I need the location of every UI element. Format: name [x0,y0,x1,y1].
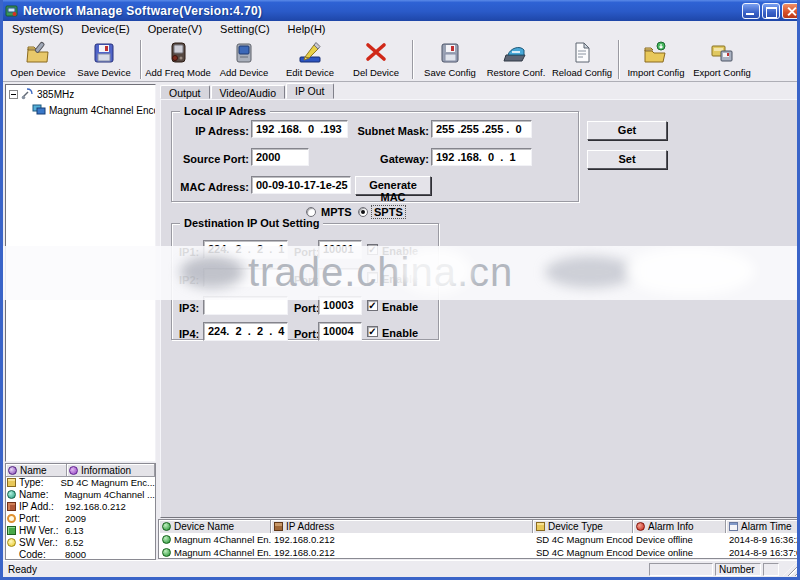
tree-collapse-icon[interactable] [9,90,18,99]
disk-export-icon [709,40,735,66]
info-header-row: Name Information [6,464,155,477]
grid-icon [274,522,283,531]
alarm-table: Device Name IP Address Device Type Alarm… [158,519,800,559]
add-device-button[interactable]: Add Device [211,38,277,81]
window-title: Network Manage Software(Version:4.70) [23,4,740,18]
app-icon [5,4,19,18]
restore-conf-button[interactable]: Restore Conf. [483,38,549,81]
col-ip-address[interactable]: IP Address [271,520,533,533]
tab-video-audio[interactable]: Video/Audio [211,85,285,99]
info-name-header[interactable]: Name [6,464,67,476]
tree-child-node[interactable]: Magnum 4Channel Encoder [32,103,155,117]
spts-radio-label[interactable]: SPTS [372,206,405,218]
tab-ip-out[interactable]: IP Out [286,83,334,99]
menu-help[interactable]: Help(H) [279,22,335,36]
status-ready-text: Ready [3,564,649,575]
title-bar: Network Manage Software(Version:4.70) [0,0,800,21]
import-config-button[interactable]: Import Config [623,38,689,81]
reload-config-button[interactable]: Reload Config [549,38,615,81]
watermark-overlay: trade.china.cn [0,246,800,300]
ip3-label: IP3: [179,302,199,314]
ip3-port-label: Port: [294,302,320,314]
watermark-text: trade.china.cn [248,250,513,295]
bulb-icon [7,538,16,547]
toolbar: Open Device Save Device Add Freq Mode Ad… [3,37,797,82]
watermark-blob [545,256,635,288]
menu-operate[interactable]: Operate(V) [139,22,211,36]
tree-child-label[interactable]: Magnum 4Channel Encoder [49,105,156,116]
table-row[interactable]: Magnum 4Channel En... 192.168.0.212 SD 4… [159,546,799,559]
tree-root-node[interactable]: 385MHz [6,87,155,101]
floppy-icon [92,40,116,66]
save-device-button[interactable]: Save Device [71,38,137,81]
mpts-radio[interactable] [306,207,316,217]
del-device-button[interactable]: Del Device [343,38,409,81]
red-x-icon [364,40,388,66]
alarm-icon [636,522,645,531]
ip4-port-field[interactable]: 10004 [318,322,362,341]
col-device-name[interactable]: Device Name [159,520,271,533]
building-icon [7,502,16,511]
ip4-field[interactable]: 224. 2 . 2 . 4 [203,322,288,341]
menu-setting[interactable]: Setting(C) [211,22,279,36]
tab-output[interactable]: Output [160,85,210,99]
info-row-sw: SW Ver.: 8.52 [6,536,155,548]
menu-system[interactable]: System(S) [3,22,72,36]
status-bar: Ready Number [3,560,797,577]
menu-device[interactable]: Device(E) [72,22,138,36]
info-information-header[interactable]: Information [67,464,155,476]
gateway-label: Gateway: [333,153,429,165]
watermark-blob [180,256,244,288]
export-config-button[interactable]: Export Config [689,38,755,81]
close-button[interactable] [782,3,800,19]
tab-strip: Output Video/Audio IP Out [160,84,335,99]
open-folder-icon [25,40,51,66]
folder-icon [536,522,545,531]
rings-icon [7,514,16,523]
mpts-radio-label[interactable]: MPTS [321,206,352,218]
tree-root-label[interactable]: 385MHz [37,89,74,100]
folder-icon [7,478,16,487]
floppy-icon [438,40,462,66]
toolbar-separator [140,40,142,79]
resize-grip-icon[interactable] [783,562,797,576]
col-alarm-time[interactable]: Alarm Time [726,520,800,533]
mac-address-field[interactable]: 00-09-10-17-1e-25 [251,176,351,194]
add-freq-mode-button[interactable]: Add Freq Mode [145,38,211,81]
maximize-button[interactable] [762,3,780,19]
save-config-button[interactable]: Save Config [417,38,483,81]
mac-address-label: MAC Adress: [153,181,249,193]
minimize-button[interactable] [742,3,760,19]
generate-mac-button[interactable]: Generate MAC [355,176,431,195]
open-device-button[interactable]: Open Device [5,38,71,81]
watermark-blob [625,246,755,296]
ip3-enable-label: Enable [382,301,418,313]
info-row-name: Name: Magnum 4Channel ... [6,489,155,501]
ip4-enable-checkbox[interactable]: ✓ [367,326,378,337]
source-port-label: Source Port: [153,153,249,165]
local-ip-legend: Local IP Adress [180,105,270,117]
globe-icon [7,490,16,499]
sphere-icon [162,522,171,531]
status-panel-small [763,563,779,576]
table-row[interactable]: Magnum 4Channel En... 192.168.0.212 SD 4… [159,533,799,546]
source-port-field[interactable]: 2000 [251,148,309,166]
get-button[interactable]: Get [587,121,667,140]
ip3-enable-checkbox[interactable]: ✓ [367,300,378,311]
device-icon [232,40,256,66]
sphere-icon [162,548,171,557]
info-row-port: Port: 2009 [6,513,155,525]
col-alarm-info[interactable]: Alarm Info [633,520,726,533]
frequency-icon [21,88,34,100]
set-button[interactable]: Set [587,150,667,169]
gateway-field[interactable]: 192 .168. 0 . 1 [431,148,532,166]
info-row-code: Code: 8000 [6,548,155,560]
spts-radio[interactable] [358,207,368,217]
menu-bar: System(S) Device(E) Operate(V) Setting(C… [3,21,797,37]
alarm-table-header: Device Name IP Address Device Type Alarm… [159,520,799,533]
subnet-mask-field[interactable]: 255 .255 .255 . 0 [431,120,532,138]
info-row-type: Type: SD 4C Magnum Enc... [6,477,155,489]
col-device-type[interactable]: Device Type [533,520,633,533]
edit-device-button[interactable]: Edit Device [277,38,343,81]
freq-device-icon [166,40,190,66]
